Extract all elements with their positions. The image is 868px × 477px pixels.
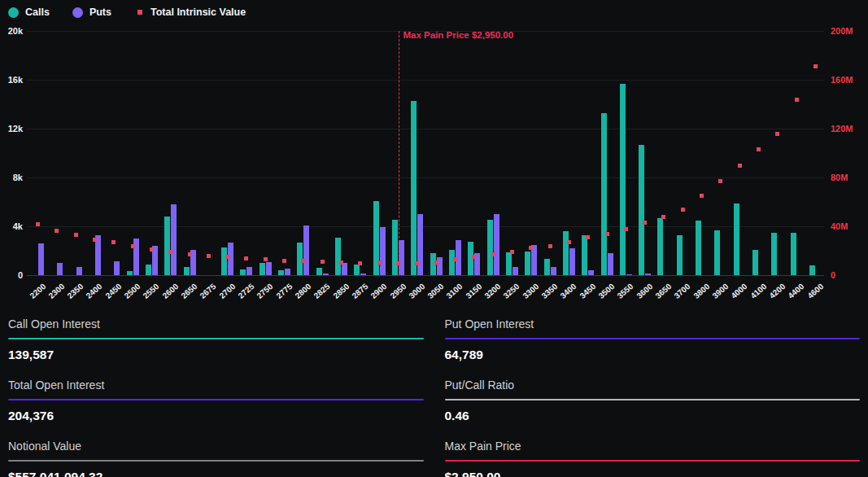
put-bar[interactable] [588, 270, 594, 275]
intrinsic-value-dot[interactable] [510, 250, 514, 254]
intrinsic-value-dot[interactable] [624, 227, 628, 231]
intrinsic-value-dot[interactable] [321, 260, 325, 264]
intrinsic-value-dot[interactable] [168, 250, 172, 254]
intrinsic-value-dot[interactable] [74, 233, 78, 237]
put-bar[interactable] [285, 269, 290, 275]
call-bar[interactable] [335, 238, 341, 275]
call-bar[interactable] [260, 263, 265, 275]
call-bar[interactable] [392, 220, 398, 275]
put-bar[interactable] [531, 245, 537, 275]
intrinsic-value-dot[interactable] [339, 260, 343, 265]
intrinsic-value-dot[interactable] [718, 179, 722, 183]
call-bar[interactable] [714, 230, 720, 275]
call-bar[interactable] [639, 145, 644, 275]
call-bar[interactable] [734, 203, 739, 275]
put-bar[interactable] [360, 274, 366, 275]
intrinsic-value-dot[interactable] [757, 147, 761, 151]
intrinsic-value-dot[interactable] [605, 232, 609, 236]
intrinsic-value-dot[interactable] [813, 64, 818, 68]
call-bar[interactable] [411, 101, 417, 276]
intrinsic-value-dot[interactable] [377, 260, 382, 265]
intrinsic-value-dot[interactable] [244, 256, 248, 260]
intrinsic-value-dot[interactable] [529, 246, 533, 250]
intrinsic-value-dot[interactable] [111, 240, 116, 244]
intrinsic-value-dot[interactable] [282, 259, 286, 263]
intrinsic-value-dot[interactable] [225, 255, 229, 259]
call-bar[interactable] [184, 267, 190, 276]
put-bar[interactable] [57, 263, 63, 275]
intrinsic-value-dot[interactable] [548, 244, 552, 248]
intrinsic-value-dot[interactable] [453, 257, 457, 261]
intrinsic-value-dot[interactable] [795, 98, 799, 102]
call-bar[interactable] [563, 231, 569, 275]
put-bar[interactable] [171, 204, 177, 275]
call-bar[interactable] [164, 217, 170, 275]
call-bar[interactable] [657, 218, 663, 275]
intrinsic-value-dot[interactable] [150, 247, 154, 252]
put-bar[interactable] [76, 267, 82, 276]
call-bar[interactable] [449, 250, 455, 275]
intrinsic-value-dot[interactable] [264, 257, 268, 261]
open-interest-chart[interactable]: 20k16k12k8k4k0 200M160M120M80M40M0 22002… [0, 0, 868, 309]
put-bar[interactable] [494, 214, 499, 275]
call-bar[interactable] [601, 113, 607, 275]
call-bar[interactable] [278, 270, 284, 275]
put-bar[interactable] [266, 262, 272, 276]
intrinsic-value-dot[interactable] [491, 252, 495, 256]
call-bar[interactable] [809, 265, 815, 275]
put-bar[interactable] [114, 261, 120, 275]
intrinsic-value-dot[interactable] [55, 229, 59, 233]
intrinsic-value-dot[interactable] [567, 240, 571, 244]
put-bar[interactable] [645, 274, 651, 275]
put-bar[interactable] [38, 243, 44, 275]
intrinsic-value-dot[interactable] [131, 244, 135, 248]
intrinsic-value-dot[interactable] [700, 194, 704, 198]
intrinsic-value-dot[interactable] [586, 235, 590, 239]
intrinsic-value-dot[interactable] [301, 259, 305, 263]
put-bar[interactable] [569, 248, 575, 275]
call-bar[interactable] [544, 259, 550, 275]
put-bar[interactable] [303, 225, 309, 275]
call-bar[interactable] [677, 235, 683, 275]
call-bar[interactable] [146, 265, 151, 275]
call-bar[interactable] [221, 247, 227, 276]
call-bar[interactable] [525, 252, 530, 275]
put-bar[interactable] [626, 274, 632, 276]
call-bar[interactable] [316, 268, 322, 275]
put-bar[interactable] [323, 274, 329, 275]
intrinsic-value-dot[interactable] [775, 132, 779, 136]
put-bar[interactable] [246, 267, 252, 276]
put-bar[interactable] [342, 263, 347, 275]
put-bar[interactable] [513, 267, 518, 275]
intrinsic-value-dot[interactable] [188, 252, 192, 256]
call-bar[interactable] [582, 235, 587, 275]
put-bar[interactable] [551, 267, 556, 275]
call-bar[interactable] [791, 233, 796, 275]
stat-notional-value: Notional Value $557,041,094.32 [8, 435, 424, 477]
intrinsic-value-dot[interactable] [358, 261, 362, 265]
put-bar[interactable] [417, 214, 423, 275]
intrinsic-value-dot[interactable] [434, 260, 438, 265]
put-bar[interactable] [380, 227, 386, 275]
intrinsic-value-dot[interactable] [207, 254, 211, 258]
put-bar[interactable] [608, 253, 613, 275]
intrinsic-value-dot[interactable] [36, 222, 40, 226]
call-bar[interactable] [487, 220, 493, 275]
call-bar[interactable] [240, 269, 246, 275]
call-bar[interactable] [127, 271, 133, 275]
intrinsic-value-dot[interactable] [738, 164, 742, 168]
call-bar[interactable] [506, 252, 512, 276]
call-bar[interactable] [354, 265, 360, 275]
intrinsic-value-dot[interactable] [643, 221, 647, 225]
intrinsic-value-dot[interactable] [93, 238, 97, 242]
intrinsic-value-dot[interactable] [661, 215, 665, 219]
call-bar[interactable] [620, 84, 626, 275]
call-bar[interactable] [752, 250, 758, 275]
call-bar[interactable] [771, 233, 777, 275]
intrinsic-value-dot[interactable] [681, 208, 685, 212]
intrinsic-value-dot[interactable] [472, 255, 476, 259]
intrinsic-value-dot[interactable] [415, 261, 419, 265]
put-bar[interactable] [399, 240, 404, 275]
call-bar[interactable] [696, 221, 701, 275]
stat-value: 64,789 [445, 348, 861, 362]
